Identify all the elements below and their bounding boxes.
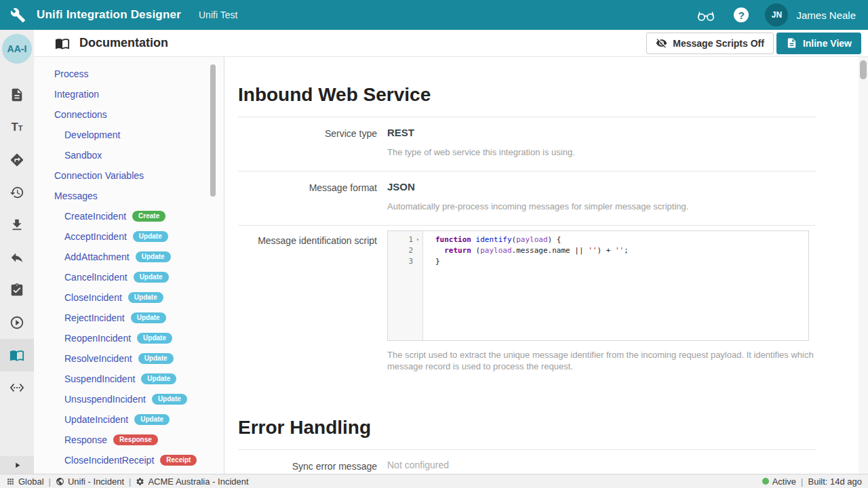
scope-label: Unifi - Incident: [68, 476, 124, 487]
wrench-icon: [10, 7, 26, 23]
code-line: return (payload.message.name || '') + ''…: [435, 245, 629, 256]
rail-item-directions[interactable]: [0, 144, 34, 176]
status-built-label: Built: 14d ago: [808, 476, 862, 487]
status-active-label: Active: [772, 476, 796, 487]
reply-icon: [9, 250, 24, 265]
rail-item-text-format[interactable]: TT: [0, 111, 34, 144]
nav-item-addattachment[interactable]: AddAttachmentUpdate: [34, 247, 224, 267]
nav-item-label: SuspendIncident: [64, 373, 135, 384]
field-message-format: Message format JSON Automatically pre-pr…: [238, 171, 816, 225]
top-app-bar: Unifi Integration Designer Unifi Test ? …: [0, 0, 868, 30]
documentation-nav: ProcessIntegrationConnectionsDevelopment…: [34, 57, 224, 474]
nav-item-connections[interactable]: Connections: [34, 104, 224, 125]
nav-item-updateincident[interactable]: UpdateIncidentUpdate: [34, 409, 224, 430]
app-title: Unifi Integration Designer: [37, 8, 181, 22]
rail-item-documentation[interactable]: [0, 339, 34, 371]
scope-unifi-incident[interactable]: Unifi - Incident: [56, 476, 124, 487]
main-scrollbar[interactable]: [860, 60, 867, 79]
nav-item-suspendincident[interactable]: SuspendIncidentUpdate: [34, 369, 224, 389]
scope-acme-australia-incident[interactable]: ACME Australia - Incident: [136, 476, 248, 487]
field-help: The type of web service this integration…: [387, 146, 814, 158]
code-editor[interactable]: 1▾23 function identify(payload) { return…: [387, 230, 809, 341]
user-name[interactable]: James Neale: [796, 9, 856, 21]
nav-item-label: AddAttachment: [64, 251, 130, 262]
nav-item-badge: Receipt: [160, 455, 197, 466]
field-label: Service type: [238, 127, 377, 158]
nav-item-acceptincident[interactable]: AcceptIncidentUpdate: [34, 226, 224, 247]
rail-expand-button[interactable]: [0, 456, 34, 474]
separator: |: [801, 476, 803, 487]
nav-item-label: RejectIncident: [64, 312, 125, 323]
nav-item-sandbox[interactable]: Sandbox: [34, 145, 224, 165]
section-title-inbound-web-service: Inbound Web Service: [238, 84, 816, 106]
status-bar: Global|Unifi - Incident|ACME Australia -…: [0, 474, 868, 488]
nav-item-label: Connection Variables: [54, 170, 144, 181]
nav-item-resolveincident[interactable]: ResolveIncidentUpdate: [34, 348, 224, 369]
nav-item-cancelincident[interactable]: CancelIncidentUpdate: [34, 267, 224, 287]
inline-view-label: Inline View: [803, 38, 852, 49]
code-line-number: 2: [388, 245, 422, 256]
nav-item-badge: Update: [133, 231, 168, 242]
field-value: JSON: [387, 181, 816, 192]
header-actions: Message Scripts Off Inline View: [646, 33, 861, 54]
field-sync-error-message: Sync error message Not configured The me…: [238, 450, 816, 474]
workspace-avatar[interactable]: AA-I: [2, 34, 32, 64]
nav-item-label: Messages: [54, 190, 98, 201]
history-icon: [9, 185, 24, 200]
nav-item-unsuspendincident[interactable]: UnsuspendIncidentUpdate: [34, 389, 224, 409]
rail-item-code[interactable]: [0, 371, 34, 404]
nav-item-badge: Response: [113, 434, 158, 445]
nav-item-badge: Update: [134, 272, 169, 283]
nav-item-label: UpdateIncident: [64, 414, 128, 425]
gear-icon: [136, 477, 144, 486]
document-icon: [9, 87, 24, 102]
nav-item-label: ResolveIncident: [64, 353, 132, 364]
code-editor-gutter: 1▾23: [388, 231, 423, 340]
message-scripts-off-label: Message Scripts Off: [673, 38, 764, 49]
documentation-body: Inbound Web Service Service type REST Th…: [224, 57, 868, 474]
rail-item-history[interactable]: [0, 176, 34, 209]
grid-icon: [6, 477, 15, 486]
nav-item-label: CloseIncident: [64, 292, 122, 303]
field-label: Sync error message: [238, 460, 377, 474]
documentation-book-icon: [54, 36, 71, 51]
rail-item-download[interactable]: [0, 209, 34, 241]
scope-label: ACME Australia - Incident: [148, 476, 248, 487]
nav-item-closeincident[interactable]: CloseIncidentUpdate: [34, 287, 224, 308]
rail-item-document[interactable]: [0, 79, 34, 111]
nav-item-development[interactable]: Development: [34, 125, 224, 145]
rail-item-play[interactable]: [0, 306, 34, 339]
nav-scrollbar[interactable]: [210, 64, 216, 197]
nav-item-reopenincident[interactable]: ReopenIncidentUpdate: [34, 328, 224, 348]
scope-label: Global: [18, 476, 44, 487]
environment-name[interactable]: Unifi Test: [199, 9, 237, 20]
inline-view-button[interactable]: Inline View: [776, 33, 861, 54]
user-avatar[interactable]: JN: [765, 3, 788, 26]
nav-item-badge: Update: [141, 373, 176, 384]
field-help: The script used to extract the unique me…: [387, 349, 814, 372]
scope-global[interactable]: Global: [6, 476, 44, 487]
separator: |: [49, 476, 51, 487]
nav-item-createincident[interactable]: CreateIncidentCreate: [34, 206, 224, 226]
separator: |: [129, 476, 131, 487]
tasks-icon: [9, 283, 24, 298]
rail-icon-list: TT: [0, 79, 34, 404]
rail-item-tasks[interactable]: [0, 274, 34, 306]
nav-item-response[interactable]: ResponseResponse: [34, 430, 224, 450]
page-header: Documentation Message Scripts Off Inline…: [34, 30, 868, 57]
nav-item-closeincidentreceipt[interactable]: CloseIncidentReceiptReceipt: [34, 450, 224, 470]
nav-item-process[interactable]: Process: [34, 64, 224, 84]
glasses-icon[interactable]: [696, 8, 716, 22]
download-icon: [9, 218, 24, 232]
help-icon[interactable]: ?: [734, 7, 749, 22]
text-format-icon: TT: [9, 120, 24, 135]
nav-item-messages[interactable]: Messages: [34, 186, 224, 206]
directions-icon: [9, 152, 24, 167]
nav-item-label: Development: [64, 129, 121, 140]
rail-item-reply[interactable]: [0, 241, 34, 274]
nav-item-integration[interactable]: Integration: [34, 84, 224, 104]
message-scripts-off-button[interactable]: Message Scripts Off: [646, 33, 774, 54]
code-fold-icon[interactable]: ▾: [413, 235, 422, 245]
nav-item-rejectincident[interactable]: RejectIncidentUpdate: [34, 308, 224, 328]
nav-item-connection-variables[interactable]: Connection Variables: [34, 165, 224, 186]
